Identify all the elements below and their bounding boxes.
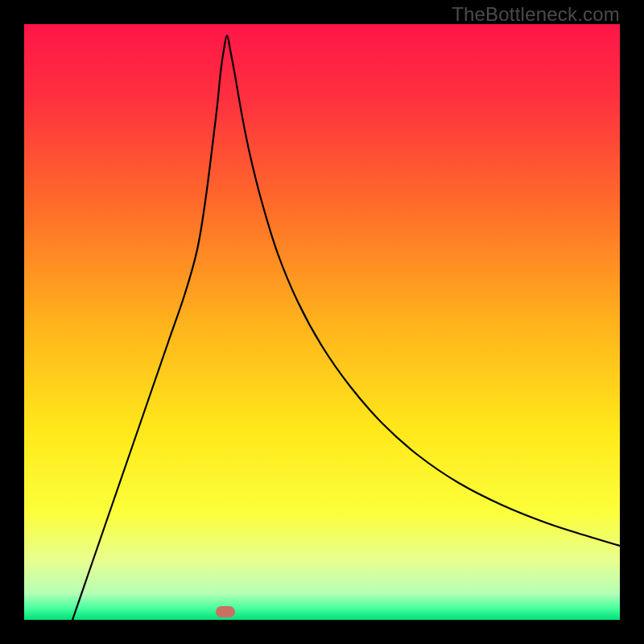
watermark-text: TheBottleneck.com (452, 3, 620, 26)
chart-area (24, 24, 620, 620)
minimum-marker (216, 606, 235, 617)
bottleneck-curve (24, 24, 620, 620)
